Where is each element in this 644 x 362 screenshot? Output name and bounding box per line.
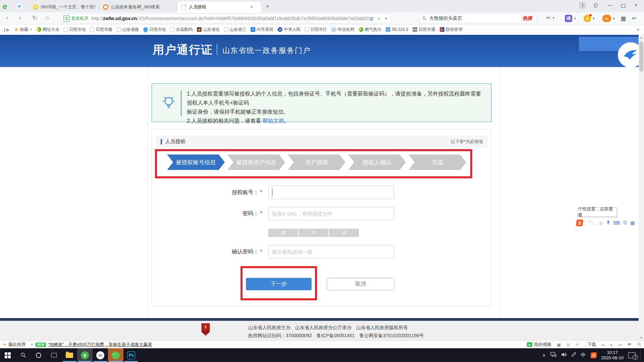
cancel-button[interactable]: 取消 bbox=[327, 278, 394, 290]
history-icon[interactable]: ⊙ bbox=[566, 342, 570, 347]
hot-search-badge[interactable]: 热搜 bbox=[521, 15, 534, 21]
navigation-compass-icon[interactable]: ➤ bbox=[15, 2, 24, 11]
bookmark-item[interactable]: bsw日照市通 bbox=[413, 27, 435, 33]
game-center-tool[interactable]: ••▼ bbox=[602, 15, 615, 22]
browser-360-button[interactable]: e bbox=[77, 348, 93, 362]
action-center-icon[interactable]: 2 bbox=[628, 352, 636, 358]
page-zoom-icon[interactable] bbox=[637, 342, 641, 347]
back-icon[interactable]: ‹ bbox=[6, 14, 8, 21]
bookmark-item[interactable]: 山东省建 bbox=[117, 27, 139, 33]
notice-divider bbox=[181, 90, 181, 116]
toolbox-grid-icon[interactable]: ▦ bbox=[630, 220, 635, 226]
promo-headline-link[interactable]: “地摊婊”，不要4500万打胎费，靠偷生孩子成最大赢家 bbox=[48, 342, 152, 348]
ime-settings-tooltip[interactable]: 个性设置，点我看看 bbox=[578, 207, 617, 217]
scrollbar-thumb[interactable] bbox=[639, 42, 643, 72]
punctuation-icon[interactable]: °， bbox=[589, 220, 596, 226]
maximize-button[interactable] bbox=[621, 3, 625, 9]
next-step-button[interactable]: 下一步 bbox=[246, 278, 312, 290]
translate-tool[interactable]: 译▼ bbox=[565, 15, 577, 22]
bookmark-item[interactable]: ≋叫号系统 bbox=[251, 27, 273, 33]
bookmark-item[interactable]: ⊕中华人民 bbox=[278, 27, 301, 33]
volume-icon[interactable] bbox=[561, 352, 567, 358]
keyboard-icon[interactable]: ⌨ bbox=[613, 220, 620, 226]
bookmark-item[interactable]: +网址大全 bbox=[37, 27, 59, 33]
start-button[interactable] bbox=[0, 348, 15, 362]
confirm-password-input[interactable] bbox=[268, 245, 394, 258]
promo-label[interactable]: 爆款推荐 bbox=[8, 342, 26, 348]
help-doc-link[interactable]: 帮助文档 bbox=[263, 118, 284, 124]
bookmark-item[interactable]: 水晶数码 bbox=[170, 27, 193, 33]
bookmark-item[interactable]: ⊕毕业生档 bbox=[331, 27, 354, 33]
my-videos-button[interactable]: ▶我的视频 bbox=[527, 342, 551, 348]
refresh-icon[interactable]: ↻ bbox=[32, 14, 37, 21]
window-count-badge[interactable]: 3 bbox=[580, 2, 585, 8]
forward-icon[interactable]: › bbox=[19, 14, 21, 21]
account-input[interactable] bbox=[268, 186, 394, 199]
bookmark-item[interactable]: 日照市住 bbox=[64, 27, 86, 33]
recently-closed-icon[interactable]: ↩ bbox=[632, 15, 636, 21]
sogou-logo-icon[interactable]: S bbox=[576, 220, 583, 226]
gallery-icon[interactable]: ▣ bbox=[557, 342, 561, 347]
compat-mode-icon[interactable]: ℮ bbox=[378, 16, 380, 21]
reading-mode-icon[interactable]: ∞ bbox=[602, 342, 605, 347]
bookmarks-overflow-icon[interactable]: ≡ bbox=[637, 27, 639, 32]
tab-sd-gov-search[interactable]: 山东政务服务网_360搜索 bbox=[100, 2, 175, 12]
bookmark-item[interactable]: 日照市行 bbox=[305, 27, 327, 33]
close-button[interactable]: × bbox=[635, 2, 637, 8]
show-desktop-divider[interactable] bbox=[640, 351, 641, 360]
window-split-icon[interactable]: ▭ bbox=[618, 342, 622, 347]
wallet-tool[interactable]: ¥▼ bbox=[584, 15, 595, 22]
ime-language-indicator[interactable]: 中 bbox=[581, 352, 586, 358]
promo-collapse-icon[interactable]: ▼ bbox=[31, 343, 34, 346]
clock[interactable]: 10:17 2020-08-10 bbox=[601, 350, 624, 361]
bookmark-item[interactable]: ▲山东省住 bbox=[197, 27, 220, 33]
bookmark-item[interactable]: 日照市建 bbox=[90, 27, 112, 33]
bookmarks-pin-icon[interactable]: ❙▶ bbox=[3, 27, 10, 32]
tab-personnel-authorization[interactable]: 人员授权 × bbox=[178, 2, 261, 12]
bookmark-item[interactable]: +燃气热力 bbox=[359, 27, 381, 33]
tab-360-navigation[interactable]: + 360导航_一个主页，整个世界 bbox=[30, 2, 99, 12]
ie-mode-icon[interactable]: ℮ bbox=[610, 342, 613, 347]
minimize-button[interactable]: — bbox=[608, 2, 612, 8]
home-icon[interactable]: ⌂ bbox=[46, 14, 49, 21]
booster-icon[interactable]: ↗ bbox=[575, 342, 579, 347]
wechat-button[interactable] bbox=[108, 348, 123, 362]
tray-expand-icon[interactable]: ∧ bbox=[542, 353, 546, 358]
url-field[interactable]: 证 党政机关 http://zwfw.sd.gov.cn/JIS/frontco… bbox=[60, 14, 391, 23]
bookmark-item[interactable]: ≈59.224.3 bbox=[386, 27, 408, 32]
search-query[interactable]: 大熊猫街头卖艺 bbox=[429, 15, 521, 21]
browser-menu-icon[interactable]: e bbox=[3, 2, 7, 11]
theme-skin-icon[interactable] bbox=[593, 3, 598, 9]
extensions-grid-icon[interactable]: ▦ bbox=[621, 15, 626, 22]
download-manager-button[interactable]: ↓下载 bbox=[584, 342, 596, 348]
mic-icon[interactable] bbox=[606, 220, 610, 226]
qr-code-icon[interactable]: ▦ bbox=[369, 16, 373, 21]
tab-close-icon[interactable]: × bbox=[250, 4, 253, 10]
scroll-up-arrow[interactable]: ▲ bbox=[639, 35, 644, 40]
file-explorer-button[interactable] bbox=[62, 348, 77, 362]
emoji-icon[interactable]: ☺ bbox=[599, 220, 603, 226]
network-icon[interactable] bbox=[550, 352, 556, 358]
search-box[interactable]: 大熊猫街头卖艺 热搜 bbox=[419, 14, 537, 23]
bookmark-item[interactable]: IC联创世华 bbox=[440, 27, 463, 33]
photoshop-button[interactable]: Ps bbox=[123, 348, 139, 362]
taskbar-search-button[interactable] bbox=[15, 348, 31, 362]
mute-icon[interactable] bbox=[628, 342, 632, 347]
favorites-menu[interactable]: ★收藏▼ bbox=[14, 26, 32, 33]
new-tab-button[interactable]: + bbox=[266, 3, 269, 10]
password-input[interactable] bbox=[268, 207, 394, 220]
screenshot-tool[interactable]: ✂▼ bbox=[546, 14, 555, 21]
app-iu-button[interactable]: iU bbox=[93, 348, 108, 362]
confirm-password-label: 确认密码： * bbox=[232, 248, 262, 255]
scroll-down-arrow[interactable]: ▼ bbox=[639, 335, 644, 341]
url-dropdown-icon[interactable]: ▼ bbox=[384, 17, 388, 20]
page-scrollbar[interactable]: ▲ ▼ bbox=[639, 35, 644, 341]
tab-title: 山东政务服务网_360搜索 bbox=[111, 4, 160, 10]
bookmark-item[interactable]: 日照市住 bbox=[143, 27, 166, 33]
cortana-button[interactable] bbox=[31, 348, 46, 362]
bookmark-item[interactable]: 山东省三 bbox=[224, 27, 246, 33]
pen-icon[interactable] bbox=[571, 352, 576, 358]
skin-icon[interactable] bbox=[623, 220, 627, 226]
task-view-button[interactable] bbox=[46, 348, 62, 362]
sogou-tray-icon[interactable]: S bbox=[590, 352, 597, 358]
